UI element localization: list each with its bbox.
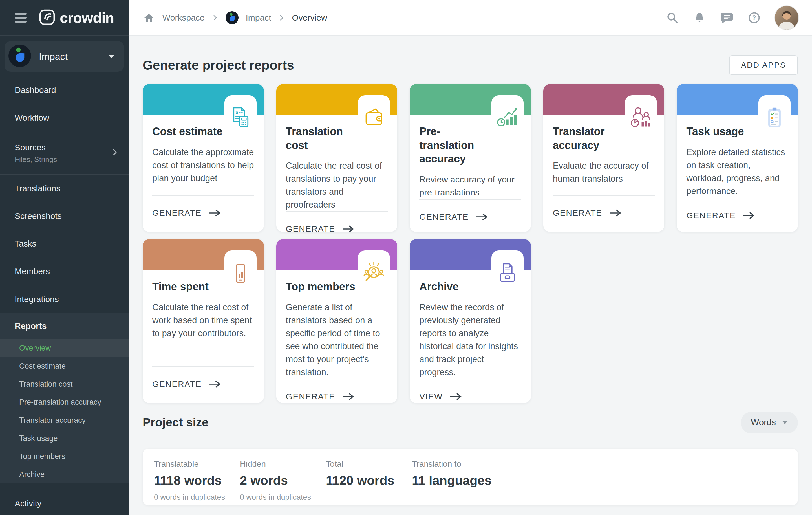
sidebar-subitem-translation-cost[interactable]: Translation cost [0, 375, 128, 393]
stat-value: 11 languages [412, 473, 498, 488]
crowdin-app: crowdin Impact Dashboard Workflow [0, 0, 812, 515]
wallet-icon [358, 95, 390, 129]
sidebar-item-reports[interactable]: Reports [0, 313, 128, 339]
units-dropdown-value: Words [751, 418, 776, 428]
project-selector[interactable]: Impact [4, 41, 124, 71]
sidebar: crowdin Impact Dashboard Workflow [0, 0, 128, 515]
card-body: Cost estimate Calculate the approximate … [143, 115, 264, 232]
user-avatar[interactable] [775, 6, 799, 30]
sidebar-subitem-translator-accuracy[interactable]: Translator accuracy [0, 411, 128, 429]
card-translator-accuracy: Translator accuracy Evaluate the accurac… [543, 84, 665, 232]
help-icon[interactable]: ? [748, 11, 761, 24]
stat-translatable: Translatable 1118 words 0 words in dupli… [154, 459, 240, 494]
sidebar-item-label: Sources [14, 143, 111, 152]
project-size-heading-row: Project size Words [143, 411, 798, 433]
sidebar-item-tasks[interactable]: Tasks [0, 230, 128, 258]
card-footer: GENERATE [286, 211, 388, 232]
main-column: Workspace Impact Overview [128, 0, 812, 515]
sidebar-subitem-archive[interactable]: Archive [0, 465, 128, 483]
people-chart-icon [625, 95, 657, 129]
card-footer: GENERATE [152, 195, 254, 232]
breadcrumb: Workspace Impact Overview [143, 11, 666, 24]
action-label: GENERATE [152, 379, 202, 389]
project-size-stats: Translatable 1118 words 0 words in dupli… [143, 449, 798, 505]
breadcrumb-project-avatar [226, 11, 238, 24]
arrow-right-icon [208, 209, 221, 217]
generate-link[interactable]: GENERATE [419, 200, 521, 232]
card-body: Translation cost Calculate the real cost… [276, 115, 398, 232]
generate-link[interactable]: GENERATE [286, 212, 388, 232]
generate-link[interactable]: GENERATE [686, 198, 788, 232]
sidebar-item-members[interactable]: Members [0, 258, 128, 285]
arrow-right-icon [342, 392, 355, 401]
card-translation-cost: Translation cost Calculate the real cost… [276, 84, 398, 232]
sidebar-item-activity[interactable]: Activity [0, 492, 128, 515]
card-pre-translation-accuracy: Pre-translation accuracy Review accuracy… [410, 84, 531, 232]
breadcrumb-workspace[interactable]: Workspace [163, 13, 205, 23]
sidebar-subitem-overview[interactable]: Overview [0, 339, 128, 357]
card-description: Calculate the real cost of work based on… [152, 301, 254, 340]
search-icon[interactable] [666, 11, 679, 24]
arrow-right-icon [450, 392, 462, 401]
sidebar-item-label: Workflow [14, 113, 49, 123]
generate-link[interactable]: GENERATE [152, 367, 254, 403]
stat-label: Translatable [154, 459, 240, 469]
stat-label: Total [326, 459, 412, 469]
generate-link[interactable]: GENERATE [152, 196, 254, 232]
sidebar-item-screenshots[interactable]: Screenshots [0, 202, 128, 230]
action-label: VIEW [419, 392, 443, 401]
sidebar-item-label: Dashboard [14, 85, 56, 95]
crowdin-logo[interactable]: crowdin [39, 9, 114, 27]
sidebar-subitem-pre-translation-accuracy[interactable]: Pre-translation accuracy [0, 393, 128, 411]
view-link[interactable]: VIEW [419, 379, 521, 403]
sidebar-item-label: Translations [14, 183, 60, 193]
clipboard-checklist-icon [758, 95, 790, 129]
project-avatar [8, 45, 31, 68]
sidebar-subitem-label: Top members [19, 452, 65, 461]
sidebar-item-translations[interactable]: Translations [0, 175, 128, 202]
action-label: GENERATE [286, 392, 335, 401]
messages-icon[interactable] [720, 11, 734, 24]
sidebar-item-label: Members [14, 266, 50, 276]
menu-hamburger-icon[interactable] [14, 11, 27, 25]
sidebar-subitem-cost-estimate[interactable]: Cost estimate [0, 357, 128, 375]
stat-value: 1118 words [154, 473, 240, 488]
stat-translation-to: Translation to 11 languages [412, 459, 498, 494]
card-footer: GENERATE [553, 195, 655, 232]
sidebar-item-dashboard[interactable]: Dashboard [0, 76, 128, 104]
add-apps-button[interactable]: ADD APPS [729, 55, 798, 75]
arrow-right-icon [475, 213, 488, 221]
sidebar-subitem-top-members[interactable]: Top members [0, 447, 128, 465]
receipt-calculator-icon: $ [225, 95, 257, 129]
project-name: Impact [39, 51, 108, 62]
card-time-spent: Time spent Calculate the real cost of wo… [143, 239, 264, 403]
card-header [410, 84, 531, 115]
sidebar-nav: Dashboard Workflow Sources Files, String… [0, 76, 128, 483]
action-label: GENERATE [686, 211, 735, 220]
generate-link[interactable]: GENERATE [286, 379, 388, 403]
card-footer: GENERATE [286, 379, 388, 403]
sidebar-item-workflow[interactable]: Workflow [0, 104, 128, 132]
chevron-right-icon [279, 14, 285, 22]
generate-link[interactable]: GENERATE [553, 196, 655, 232]
sidebar-item-integrations[interactable]: Integrations [0, 285, 128, 313]
sidebar-item-label: Tasks [14, 239, 36, 249]
chevron-right-icon [111, 148, 118, 158]
card-description: Calculate the real cost of translations … [286, 159, 388, 211]
sidebar-subitem-task-usage[interactable]: Task usage [0, 429, 128, 447]
sidebar-item-sources[interactable]: Sources Files, Strings [0, 132, 128, 174]
breadcrumb-project[interactable]: Impact [246, 13, 271, 23]
stat-hidden: Hidden 2 words 0 words in duplicates [240, 459, 326, 494]
sidebar-subitem-label: Translator accuracy [19, 416, 86, 425]
home-icon[interactable] [143, 11, 155, 24]
units-dropdown[interactable]: Words [741, 412, 798, 433]
chart-trend-clock-icon [491, 95, 524, 129]
card-description: Review accuracy of your pre-translations [419, 173, 521, 199]
card-footer: GENERATE [152, 366, 254, 403]
svg-text:$: $ [235, 110, 238, 115]
sidebar-item-label: Reports [14, 321, 47, 331]
card-header [143, 239, 264, 270]
card-archive: Archive Review the records of previously… [410, 239, 531, 403]
notifications-bell-icon[interactable] [693, 11, 706, 24]
sidebar-item-label: Integrations [14, 294, 59, 304]
